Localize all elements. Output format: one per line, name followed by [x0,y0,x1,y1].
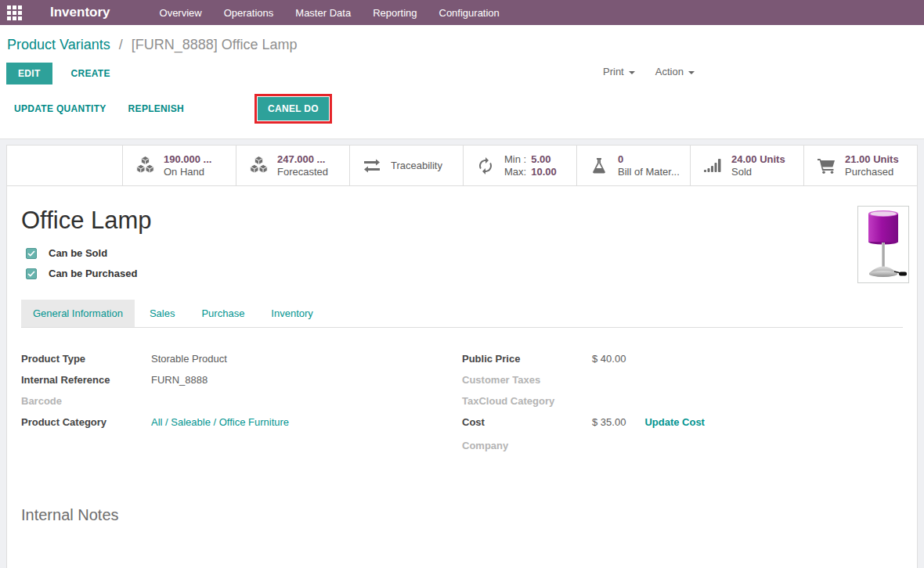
update-quantity-button[interactable]: UPDATE QUANTITY [14,103,106,114]
stat-row-spacer [7,146,122,185]
breadcrumb-separator: / [119,37,123,52]
min-label: Min : [504,153,526,166]
chevron-down-icon [688,71,695,74]
max-label: Max: [504,166,526,178]
bom-value: 0 [618,153,680,166]
action-dropdown[interactable]: Action [655,66,695,77]
field-public-price: Public Price $ 40.00 [462,353,903,374]
on-hand-label: On Hand [164,166,211,178]
bar-chart-icon [701,158,724,174]
print-action-group: Print Action [603,66,695,77]
min-value: 5.00 [531,153,550,166]
breadcrumb-current: [FURN_8888] Office Lamp [132,37,298,52]
cart-icon [814,157,838,174]
product-type-value: Storable Product [151,353,227,365]
field-company: Company [462,440,903,461]
cubes-icon [133,155,157,176]
cancel-do-button[interactable]: CANEL DO [258,97,329,120]
update-cost-button[interactable]: Update Cost [644,416,705,428]
control-panel-actions: EDIT CREATE Print Action [0,53,924,88]
top-navbar: Inventory Overview Operations Master Dat… [0,0,924,25]
nav-menu-master-data[interactable]: Master Data [295,7,351,19]
purchased-label: Purchased [845,166,899,178]
tab-inventory[interactable]: Inventory [259,300,324,327]
stat-button-on-hand[interactable]: 190.000 ... On Hand [122,146,236,185]
sold-label: Sold [731,166,785,178]
field-customer-taxes: Customer Taxes [462,374,903,395]
taxcloud-category-label: TaxCloud Category [462,395,592,407]
barcode-label: Barcode [21,395,151,407]
field-product-type: Product Type Storable Product [21,353,462,374]
lamp-image-svg [858,207,908,282]
field-cost: Cost $ 35.00 Update Cost [462,416,903,440]
checkbox-checked-icon[interactable] [26,268,37,279]
red-highlight-box: CANEL DO [254,94,332,124]
apps-grid-icon-svg [7,5,22,20]
tab-purchase[interactable]: Purchase [189,300,256,327]
public-price-label: Public Price [462,353,592,365]
forecasted-value: 247.000 ... [277,153,328,166]
stat-button-bill-of-materials[interactable]: 0 Bill of Mater... [576,146,690,185]
product-type-label: Product Type [21,353,151,365]
nav-menu-configuration[interactable]: Configuration [439,7,500,19]
field-barcode: Barcode [21,395,462,416]
bom-label: Bill of Mater... [618,166,680,178]
apps-grid-icon[interactable] [7,5,22,20]
can-be-sold-checkbox[interactable]: Can be Sold [26,247,903,259]
max-value: 10.00 [531,166,557,178]
control-panel: Product Variants / [FURN_8888] Office La… [0,25,924,139]
tab-general-information[interactable]: General Information [21,300,135,327]
edit-button[interactable]: EDIT [6,63,52,84]
company-label: Company [462,440,592,451]
stat-button-row: 190.000 ... On Hand 247.000 ... [7,146,917,186]
forecasted-label: Forecasted [277,166,328,178]
object-buttons-row: UPDATE QUANTITY REPLENISH CANEL DO [0,88,924,124]
app-name[interactable]: Inventory [50,5,110,20]
nav-menus: Overview Operations Master Data Reportin… [160,7,500,19]
create-button[interactable]: CREATE [71,68,110,79]
cost-value: $ 35.00 [592,416,626,428]
field-internal-reference: Internal Reference FURN_8888 [21,374,462,395]
tab-sales[interactable]: Sales [138,300,187,327]
form-sheet: 190.000 ... On Hand 247.000 ... [6,145,918,568]
fields-right-column: Public Price $ 40.00 Customer Taxes TaxC… [462,353,903,461]
stat-button-sold[interactable]: 24.00 Units Sold [690,146,803,185]
stat-button-reordering-rules[interactable]: Min : 5.00 Max: 10.00 [463,146,576,185]
content-area: 190.000 ... On Hand 247.000 ... [0,139,924,568]
breadcrumb-product-variants[interactable]: Product Variants [7,37,110,52]
public-price-value: $ 40.00 [592,353,626,365]
can-be-sold-label: Can be Sold [49,247,107,259]
nav-menu-reporting[interactable]: Reporting [373,7,417,19]
product-category-value[interactable]: All / Saleable / Office Furniture [151,416,289,428]
internal-reference-label: Internal Reference [21,374,151,386]
replenish-button[interactable]: REPLENISH [128,103,184,114]
print-dropdown[interactable]: Print [603,66,635,77]
stat-button-traceability[interactable]: Traceability [349,146,463,185]
stat-button-purchased[interactable]: 21.00 Units Purchased [803,146,917,185]
product-category-label: Product Category [21,416,151,428]
action-label: Action [655,66,684,77]
cubes-icon [247,155,270,176]
nav-menu-overview[interactable]: Overview [160,7,202,19]
on-hand-value: 190.000 ... [164,153,211,166]
refresh-icon [474,156,497,175]
checkbox-checked-icon[interactable] [26,248,37,259]
field-taxcloud-category: TaxCloud Category [462,395,903,416]
print-label: Print [603,66,624,77]
exchange-icon [360,159,384,173]
field-product-category: Product Category All / Saleable / Office… [21,416,462,437]
stat-button-forecasted[interactable]: 247.000 ... Forecasted [236,146,349,185]
flask-icon [587,157,611,174]
sheet-body: Office Lamp Can be Sold Can be Purchased… [7,207,917,568]
cost-label: Cost [462,416,592,428]
internal-notes-heading: Internal Notes [21,506,903,568]
can-be-purchased-label: Can be Purchased [49,268,137,279]
fields-left-column: Product Type Storable Product Internal R… [21,353,462,461]
internal-reference-value: FURN_8888 [151,374,208,386]
nav-menu-operations[interactable]: Operations [224,7,274,19]
traceability-label: Traceability [391,160,442,172]
can-be-purchased-checkbox[interactable]: Can be Purchased [26,268,903,279]
customer-taxes-label: Customer Taxes [462,374,592,386]
sold-value: 24.00 Units [731,153,785,166]
product-image[interactable] [857,206,909,283]
